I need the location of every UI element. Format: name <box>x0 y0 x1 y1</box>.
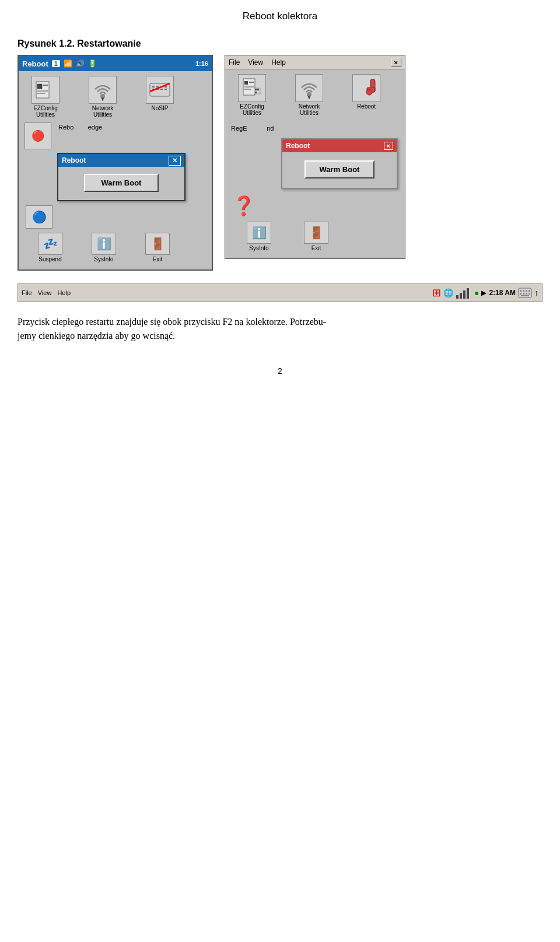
figure-heading: Rysunek 1.2. Restartowanie <box>18 38 560 49</box>
left-reboot-titlebar: Reboot ✕ <box>58 154 184 167</box>
svg-rect-26 <box>255 92 257 93</box>
right-warm-boot-button[interactable]: Warm Boot <box>304 160 375 178</box>
left-battery-icon: 🔋 <box>88 59 97 68</box>
taskbar-view[interactable]: View <box>38 289 52 296</box>
right-ezconfig-label: EZConfigUtilities <box>240 103 264 116</box>
right-menubar: File View Help × <box>225 55 405 69</box>
right-body: EZConfigUtilities NetworkUtilities <box>225 69 405 258</box>
left-partial-icon-2: 🔵 <box>26 205 52 229</box>
question-icon: ❓ <box>232 195 256 217</box>
right-network-label: NetworkUtilities <box>299 103 320 116</box>
right-icon-ezconfig[interactable]: EZConfigUtilities <box>229 74 275 116</box>
svg-rect-39 <box>523 290 524 292</box>
sysinfo-icon-right: ℹ️ <box>247 222 271 244</box>
left-partial-icon-1: 🔴 <box>24 122 51 149</box>
right-partial-text: RegE nd <box>231 125 274 132</box>
left-bottom-icons: 💤 Suspend ℹ️ SysInfo 🚪 Exit <box>22 230 208 266</box>
page-title: Reboot kolektora <box>0 0 560 28</box>
taskbar-clock: 2:18 AM <box>489 289 516 297</box>
left-icon-nosip-label: NoSIP <box>152 105 169 111</box>
tray-up-arrow: ↑ <box>534 288 538 297</box>
ezconfig-icon <box>32 76 60 104</box>
left-signal-icon: 📶 <box>64 59 72 68</box>
left-icon-nosip[interactable]: NoSIP <box>136 76 183 118</box>
windows-start-icon[interactable]: ⊞ <box>432 286 441 299</box>
svg-rect-42 <box>520 293 522 295</box>
suspend-icon: 💤 <box>38 233 62 255</box>
left-reboot-title: Reboot <box>62 156 86 164</box>
left-exit-icon[interactable]: 🚪 Exit <box>134 233 181 262</box>
svg-rect-43 <box>523 293 524 295</box>
left-suspend-icon[interactable]: 💤 Suspend <box>27 233 74 262</box>
left-icon-ezconfig[interactable]: EZConfigUtilities <box>22 76 69 118</box>
right-sysinfo-label: SysInfo <box>249 245 268 251</box>
network-icon <box>89 76 117 104</box>
svg-rect-45 <box>528 293 530 295</box>
svg-rect-33 <box>456 295 459 299</box>
tray-globe-icon: 🌐 <box>443 288 453 297</box>
right-reboot-label: Reboot <box>357 103 376 110</box>
right-exit-item[interactable]: 🚪 Exit <box>293 222 340 251</box>
right-screen: File View Help × <box>225 55 405 259</box>
taskbar-strip: File View Help ⊞ 🌐 ● ▶ 2:18 AM <box>18 283 542 302</box>
tray-play-icon: ▶ <box>481 289 487 297</box>
figure-container: Reboot 1 📶 🔊 🔋 1:16 <box>18 55 542 271</box>
exit-icon-left: 🚪 <box>145 233 170 255</box>
taskbar-help[interactable]: Help <box>57 289 71 296</box>
svg-rect-1 <box>37 84 42 89</box>
left-reboot-body: Warm Boot <box>58 167 184 200</box>
left-icon-grid: EZConfigUtilities NetworkUtilities <box>22 76 208 118</box>
left-warm-boot-button[interactable]: Warm Boot <box>84 174 159 192</box>
left-partial-row: 🔴 Rebo edge <box>22 121 208 150</box>
body-text-content-2: jemy cienkiego narzędzia aby go wcisnąć. <box>18 331 175 341</box>
left-volume-icon: 🔊 <box>76 59 85 68</box>
right-ezconfig-icon <box>238 74 266 102</box>
right-network-icon <box>295 74 323 102</box>
svg-rect-38 <box>520 290 522 292</box>
left-reboot-dialog: Reboot ✕ Warm Boot <box>57 153 186 201</box>
right-reboot-titlebar: Reboot × <box>282 139 397 152</box>
right-icon-grid: EZConfigUtilities NetworkUtilities <box>229 74 401 116</box>
left-titlebar-left: Reboot 1 📶 🔊 🔋 <box>22 59 97 68</box>
sysinfo-icon-left: ℹ️ <box>92 233 116 255</box>
left-suspend-label: Suspend <box>38 256 61 262</box>
right-close-button[interactable]: × <box>391 58 401 67</box>
body-text: Przycisk ciepłego restartu znajduje się … <box>18 315 542 343</box>
right-icon-reboot[interactable]: Reboot <box>343 74 390 116</box>
left-icon-network-label: NetworkUtilities <box>92 105 114 118</box>
svg-rect-40 <box>526 290 527 292</box>
left-sysinfo-label: SysInfo <box>94 256 113 262</box>
left-partial-text: Rebo edge <box>56 122 104 149</box>
left-partial-row-2: 🔵 <box>22 204 208 230</box>
right-sysinfo-item[interactable]: ℹ️ SysInfo <box>236 222 282 251</box>
menu-help[interactable]: Help <box>271 58 286 66</box>
tray-green-circle: ● <box>474 288 479 297</box>
left-reboot-close-button[interactable]: ✕ <box>169 156 181 166</box>
right-reboot-close-button[interactable]: × <box>384 142 393 150</box>
page-number: 2 <box>0 366 560 376</box>
menu-file[interactable]: File <box>229 58 240 66</box>
svg-rect-46 <box>521 295 529 296</box>
left-time: 1:16 <box>195 60 208 67</box>
svg-point-29 <box>308 96 310 98</box>
tray-signal-icon <box>456 287 472 299</box>
exit-icon-right: 🚪 <box>304 222 328 244</box>
left-icon-network[interactable]: NetworkUtilities <box>79 76 126 118</box>
left-title-text: Reboot <box>22 59 48 68</box>
svg-rect-24 <box>255 89 257 90</box>
left-body: EZConfigUtilities NetworkUtilities <box>19 71 212 269</box>
right-icon-network[interactable]: NetworkUtilities <box>286 74 332 116</box>
right-bottom-icons: ℹ️ SysInfo 🚪 Exit <box>229 219 401 255</box>
left-titlebar-right: 1:16 <box>195 60 208 67</box>
svg-point-32 <box>366 89 372 95</box>
right-reboot-icon <box>352 74 380 102</box>
left-sysinfo-icon[interactable]: ℹ️ SysInfo <box>80 233 127 262</box>
svg-point-7 <box>102 97 104 100</box>
tray-keyboard-icon <box>518 288 532 298</box>
menu-view[interactable]: View <box>248 58 263 66</box>
taskbar-file[interactable]: File <box>22 289 32 296</box>
left-titlebar: Reboot 1 📶 🔊 🔋 1:16 <box>19 56 212 71</box>
right-partial-row: RegE nd <box>229 120 401 137</box>
left-badge: 1 <box>52 60 60 67</box>
right-reboot-title: Reboot <box>286 142 310 150</box>
